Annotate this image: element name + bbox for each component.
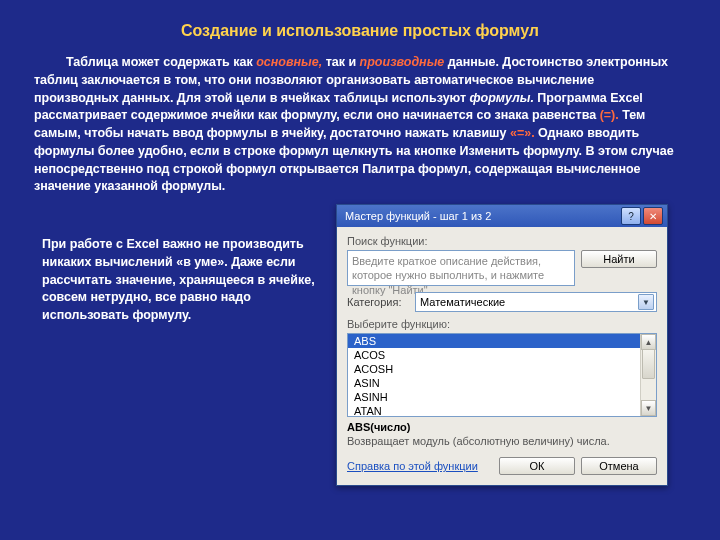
search-label: Поиск функции:	[347, 235, 657, 247]
hl-equals: (=).	[600, 108, 619, 122]
scroll-thumb[interactable]	[642, 349, 655, 379]
chevron-down-icon[interactable]: ▼	[638, 294, 654, 310]
scroll-up-icon[interactable]: ▲	[641, 334, 656, 350]
dialog-title: Мастер функций - шаг 1 из 2	[345, 210, 491, 222]
category-value: Математические	[420, 296, 505, 308]
list-item[interactable]: ACOS	[348, 348, 656, 362]
find-button[interactable]: Найти	[581, 250, 657, 268]
function-signature: ABS(число)	[347, 421, 657, 433]
function-listbox[interactable]: ABS ACOS ACOSH ASIN ASINH ATAN ATAN2 ▲ ▼	[347, 333, 657, 417]
list-item[interactable]: ATAN	[348, 404, 656, 417]
hl-proizvodnye: производные	[360, 55, 445, 69]
list-item[interactable]: ASINH	[348, 390, 656, 404]
ok-button[interactable]: ОК	[499, 457, 575, 475]
help-button[interactable]: ?	[621, 207, 641, 225]
hl-equals-key: «=».	[510, 126, 535, 140]
tip-paragraph: При работе с Excel важно не производить …	[42, 204, 322, 325]
hl-osnovnye: основные,	[256, 55, 322, 69]
function-wizard-dialog: Мастер функций - шаг 1 из 2 ? ✕ Поиск фу…	[336, 204, 668, 486]
close-button[interactable]: ✕	[643, 207, 663, 225]
em-formuly: формулы.	[470, 91, 534, 105]
page-title: Создание и использование простых формул	[0, 0, 720, 54]
scrollbar[interactable]: ▲ ▼	[640, 334, 656, 416]
list-item[interactable]: ACOSH	[348, 362, 656, 376]
list-item[interactable]: ABS	[348, 334, 656, 348]
cancel-button[interactable]: Отмена	[581, 457, 657, 475]
category-combo[interactable]: Математические ▼	[415, 292, 657, 312]
category-label: Категория:	[347, 296, 409, 308]
txt: так и	[322, 55, 359, 69]
select-function-label: Выберите функцию:	[347, 318, 657, 330]
body-paragraph: Таблица может содержать как основные, та…	[0, 54, 720, 196]
search-input[interactable]: Введите краткое описание действия, котор…	[347, 250, 575, 286]
function-description: Возвращает модуль (абсолютную величину) …	[347, 435, 657, 447]
scroll-down-icon[interactable]: ▼	[641, 400, 656, 416]
dialog-titlebar[interactable]: Мастер функций - шаг 1 из 2 ? ✕	[337, 205, 667, 227]
help-link[interactable]: Справка по этой функции	[347, 460, 478, 472]
list-item[interactable]: ASIN	[348, 376, 656, 390]
txt: Таблица может содержать как	[66, 55, 256, 69]
